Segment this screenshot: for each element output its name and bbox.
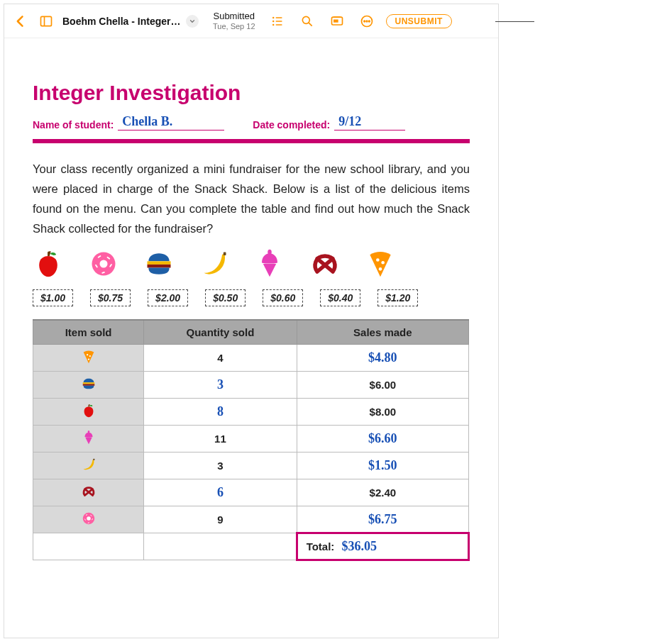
search-icon[interactable] bbox=[297, 11, 318, 32]
table-row: 6$2.40 bbox=[33, 479, 469, 506]
more-icon[interactable] bbox=[356, 11, 377, 32]
item-cell-apple bbox=[33, 399, 144, 426]
price-donut: $0.75 bbox=[90, 289, 131, 306]
document-title-group[interactable]: Boehm Chella - Integers I... bbox=[62, 15, 199, 28]
qty-cell: 3 bbox=[144, 453, 297, 479]
status-main: Submitted bbox=[213, 11, 255, 21]
unsubmit-button[interactable]: UNSUBMIT bbox=[386, 14, 452, 28]
svg-point-30 bbox=[379, 267, 382, 271]
sales-cell: $2.40 bbox=[297, 479, 468, 506]
pizza-icon bbox=[365, 248, 396, 279]
pretzel-icon bbox=[309, 248, 341, 279]
status-date: Tue, Sep 12 bbox=[213, 22, 255, 30]
table-row: 3$6.00 bbox=[33, 372, 469, 399]
price-banana: $0.50 bbox=[205, 289, 246, 306]
svg-point-39 bbox=[87, 516, 91, 521]
name-field: Chella B. bbox=[118, 115, 224, 131]
apple-icon bbox=[33, 248, 64, 279]
price-apple: $1.00 bbox=[33, 289, 73, 306]
date-value: 9/12 bbox=[334, 114, 361, 129]
icecream-icon bbox=[254, 248, 285, 279]
item-cell-donut bbox=[33, 506, 144, 533]
svg-rect-0 bbox=[41, 16, 52, 26]
sales-cell: $8.00 bbox=[297, 399, 468, 426]
price-burger: $2.00 bbox=[148, 289, 188, 306]
document-body: Integer Investigation Name of student: C… bbox=[4, 38, 498, 575]
price-pretzel: $0.40 bbox=[320, 289, 360, 306]
svg-rect-25 bbox=[148, 265, 171, 268]
svg-point-4 bbox=[272, 23, 274, 26]
name-value: Chella B. bbox=[118, 114, 172, 129]
svg-point-14 bbox=[363, 21, 365, 22]
submission-status: Submitted Tue, Sep 12 bbox=[213, 11, 255, 30]
item-cell-banana bbox=[33, 453, 144, 479]
svg-rect-5 bbox=[275, 17, 282, 18]
price-icecream: $0.60 bbox=[263, 289, 303, 306]
table-row: 3$1.50 bbox=[33, 453, 469, 479]
svg-point-2 bbox=[272, 16, 274, 18]
item-cell-icecream bbox=[33, 426, 144, 453]
svg-rect-24 bbox=[148, 262, 171, 265]
total-label: Total: bbox=[307, 540, 335, 553]
back-icon[interactable] bbox=[10, 11, 31, 32]
svg-point-8 bbox=[302, 16, 309, 23]
toolbar: Boehm Chella - Integers I... Submitted T… bbox=[4, 4, 498, 38]
menu-items-row bbox=[33, 248, 470, 279]
worksheet-heading: Integer Investigation bbox=[33, 81, 470, 105]
sales-cell: $4.80 bbox=[297, 345, 468, 372]
qty-cell: 8 bbox=[144, 399, 297, 426]
sales-cell: $6.60 bbox=[297, 426, 468, 453]
svg-point-32 bbox=[89, 355, 90, 357]
item-cell-burger bbox=[33, 372, 144, 399]
divider bbox=[33, 139, 470, 143]
sales-cell: $1.50 bbox=[297, 453, 468, 479]
sales-cell: $6.75 bbox=[297, 506, 468, 533]
svg-rect-11 bbox=[334, 16, 341, 18]
banana-icon bbox=[199, 248, 230, 279]
chevron-down-icon[interactable] bbox=[186, 15, 199, 28]
qty-cell: 9 bbox=[144, 506, 297, 533]
sidebar-icon[interactable] bbox=[35, 11, 57, 32]
svg-point-27 bbox=[268, 250, 272, 255]
empty-cell bbox=[33, 533, 144, 560]
col-qty: Quantity sold bbox=[144, 320, 297, 345]
sales-cell: $6.00 bbox=[297, 372, 468, 399]
qty-cell: 4 bbox=[144, 345, 297, 372]
table-row: 4$4.80 bbox=[33, 345, 469, 372]
sales-table: Item sold Quantity sold Sales made 4$4.8… bbox=[33, 319, 470, 561]
svg-point-16 bbox=[368, 21, 370, 22]
svg-point-15 bbox=[366, 21, 368, 22]
total-value: $36.05 bbox=[342, 539, 377, 553]
svg-point-36 bbox=[87, 431, 89, 433]
svg-rect-26 bbox=[224, 252, 226, 256]
table-row: 11$6.60 bbox=[33, 426, 469, 453]
svg-point-18 bbox=[100, 260, 108, 268]
document-title: Boehm Chella - Integers I... bbox=[62, 16, 183, 27]
svg-rect-34 bbox=[82, 382, 94, 384]
col-item: Item sold bbox=[33, 320, 144, 345]
presentation-icon[interactable] bbox=[326, 11, 348, 32]
date-label: Date completed: bbox=[253, 119, 330, 131]
table-row: 9$6.75 bbox=[33, 506, 469, 533]
instructions-paragraph: Your class recently organized a mini fun… bbox=[33, 159, 470, 238]
qty-cell: 11 bbox=[144, 426, 297, 453]
menu-prices-row: $1.00$0.75$2.00$0.50$0.60$0.40$1.20 bbox=[33, 289, 470, 306]
item-cell-pizza bbox=[33, 345, 144, 372]
qty-cell: 6 bbox=[144, 479, 297, 506]
svg-line-9 bbox=[309, 23, 312, 26]
donut-icon bbox=[88, 248, 119, 279]
list-icon[interactable] bbox=[267, 11, 288, 32]
svg-rect-7 bbox=[275, 24, 282, 26]
svg-point-3 bbox=[272, 20, 274, 22]
date-field: 9/12 bbox=[334, 115, 405, 131]
burger-icon bbox=[143, 248, 175, 279]
svg-line-23 bbox=[102, 272, 104, 273]
svg-point-31 bbox=[87, 354, 88, 355]
col-sales: Sales made bbox=[297, 320, 468, 345]
total-cell: Total: $36.05 bbox=[297, 533, 468, 560]
empty-cell bbox=[144, 533, 297, 560]
total-row: Total: $36.05 bbox=[33, 533, 469, 560]
name-label: Name of student: bbox=[33, 119, 114, 131]
svg-point-28 bbox=[376, 258, 380, 262]
svg-rect-12 bbox=[334, 19, 338, 22]
